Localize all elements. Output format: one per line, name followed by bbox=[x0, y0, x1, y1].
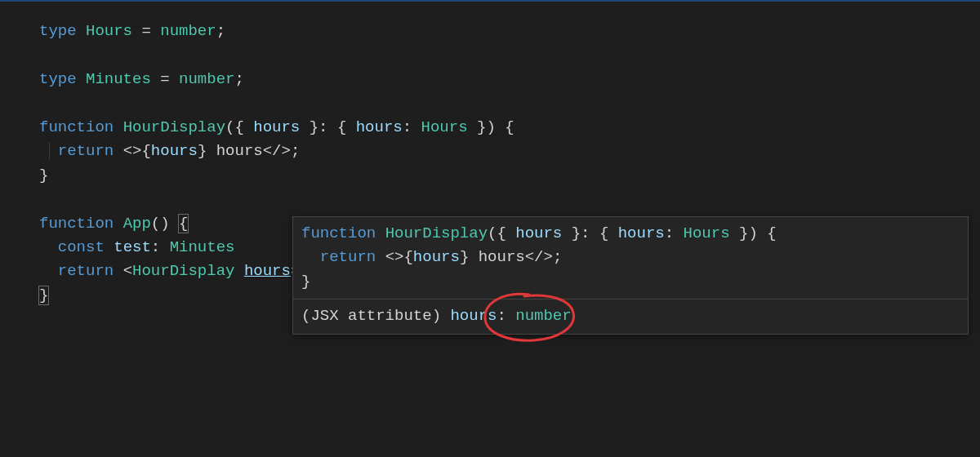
type-ref: number bbox=[179, 70, 234, 88]
punctuation: } bbox=[300, 118, 318, 136]
component-ref: HourDisplay bbox=[132, 262, 234, 280]
punctuation: { bbox=[497, 224, 515, 242]
tooltip-signature: function HourDisplay({ hours }: { hours:… bbox=[293, 217, 968, 299]
keyword: return bbox=[58, 142, 114, 160]
space bbox=[114, 262, 122, 280]
punctuation: ) bbox=[748, 224, 757, 242]
jsx-text: hours bbox=[207, 142, 262, 160]
jsx-fragment: </> bbox=[525, 248, 553, 266]
punctuation: { bbox=[496, 118, 514, 136]
prop-key: hours bbox=[356, 118, 403, 136]
punctuation: : bbox=[151, 238, 170, 256]
type-ref: Minutes bbox=[170, 238, 235, 256]
indent bbox=[39, 238, 58, 256]
punctuation: ) bbox=[486, 118, 495, 136]
indent bbox=[39, 262, 58, 280]
punctuation: { bbox=[337, 118, 356, 136]
type-name: Hours bbox=[86, 22, 132, 40]
keyword: type bbox=[39, 22, 77, 40]
space bbox=[114, 142, 122, 160]
code-line[interactable]: function HourDisplay({ hours }: { hours:… bbox=[39, 116, 980, 140]
punctuation: { bbox=[234, 118, 253, 136]
punctuation: } bbox=[562, 224, 581, 242]
punctuation: ; bbox=[234, 70, 243, 88]
punctuation: ; bbox=[216, 22, 225, 40]
type-ref: Hours bbox=[421, 118, 468, 136]
jsx-text: hours bbox=[469, 248, 524, 266]
code-line[interactable]: type Hours = number; bbox=[39, 20, 980, 43]
code-line[interactable]: } bbox=[39, 164, 980, 188]
tooltip-prefix: (JSX attribute) bbox=[301, 307, 450, 325]
attr-name: hours bbox=[450, 307, 497, 325]
keyword: function bbox=[39, 118, 114, 136]
keyword: type bbox=[39, 70, 77, 88]
punctuation: () bbox=[151, 215, 170, 233]
space bbox=[105, 238, 114, 256]
punctuation: : bbox=[581, 224, 599, 242]
punctuation: } bbox=[460, 248, 469, 266]
punctuation: { bbox=[403, 248, 412, 266]
jsx-fragment: <> bbox=[385, 248, 404, 266]
code-line[interactable]: type Minutes = number; bbox=[39, 68, 980, 91]
punctuation: } bbox=[468, 118, 487, 136]
code-line[interactable] bbox=[39, 43, 980, 67]
punctuation: : bbox=[497, 307, 515, 325]
keyword: const bbox=[58, 238, 105, 256]
punctuation: } bbox=[39, 166, 48, 184]
type-ref: number bbox=[160, 22, 216, 40]
parameter: hours bbox=[515, 224, 562, 242]
punctuation: ( bbox=[488, 224, 497, 242]
jsx-attribute: hours bbox=[244, 262, 291, 280]
prop-key: hours bbox=[618, 224, 665, 242]
hover-tooltip: function HourDisplay({ hours }: { hours:… bbox=[292, 216, 969, 335]
punctuation: } bbox=[301, 273, 310, 291]
punctuation: : bbox=[665, 224, 684, 242]
fn-name: HourDisplay bbox=[385, 224, 488, 242]
punctuation: } bbox=[730, 224, 749, 242]
punctuation: { bbox=[141, 142, 150, 160]
brace-match: { bbox=[178, 214, 189, 233]
punctuation: : bbox=[403, 118, 421, 136]
type-ref: Hours bbox=[684, 224, 730, 242]
indent bbox=[301, 248, 320, 266]
keyword: return bbox=[58, 262, 114, 280]
variable: hours bbox=[151, 142, 198, 160]
jsx-fragment: <> bbox=[123, 142, 142, 160]
code-editor[interactable]: type Hours = number; type Minutes = numb… bbox=[0, 0, 980, 457]
punctuation: ( bbox=[225, 118, 234, 136]
punctuation: } bbox=[198, 142, 207, 160]
punctuation: { bbox=[599, 224, 618, 242]
tooltip-type-info: (JSX attribute) hours: number bbox=[293, 299, 968, 333]
code-line[interactable] bbox=[39, 91, 980, 115]
keyword: function bbox=[301, 224, 376, 242]
punctuation: ; bbox=[291, 142, 300, 160]
parameter: hours bbox=[253, 118, 300, 136]
operator: = bbox=[151, 70, 179, 88]
keyword: function bbox=[39, 215, 114, 233]
variable: hours bbox=[413, 248, 460, 266]
brace-match: } bbox=[38, 286, 49, 305]
operator: = bbox=[132, 22, 160, 40]
keyword: return bbox=[320, 248, 376, 266]
punctuation: : bbox=[318, 118, 337, 136]
space bbox=[376, 248, 385, 266]
fn-name: HourDisplay bbox=[123, 118, 225, 136]
space bbox=[234, 262, 243, 280]
type-ref: number bbox=[515, 307, 571, 325]
punctuation: < bbox=[123, 262, 132, 280]
fn-name: App bbox=[123, 215, 151, 233]
punctuation: ; bbox=[553, 248, 562, 266]
jsx-fragment: </> bbox=[263, 142, 291, 160]
variable: test bbox=[114, 238, 151, 256]
punctuation: { bbox=[758, 224, 777, 242]
type-name: Minutes bbox=[86, 70, 151, 88]
code-line[interactable] bbox=[39, 188, 980, 211]
code-line[interactable]: return <>{hours} hours</>; bbox=[39, 140, 980, 163]
